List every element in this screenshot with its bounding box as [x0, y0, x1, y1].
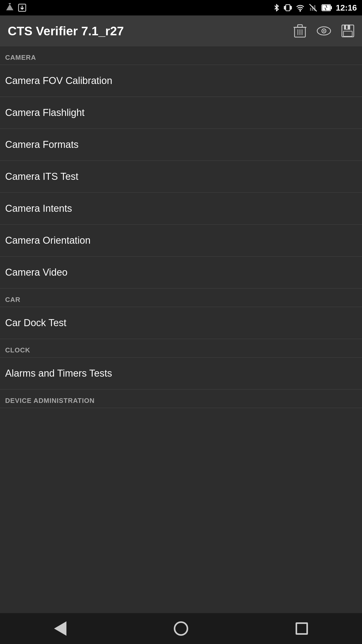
nav-bar: [0, 613, 362, 644]
svg-rect-31: [343, 31, 352, 36]
svg-rect-1: [9, 3, 11, 4]
list-item[interactable]: Camera Video: [0, 257, 362, 289]
app-bar-actions: [294, 24, 354, 38]
wifi-icon: [296, 3, 305, 12]
svg-point-9: [299, 10, 301, 12]
list-item[interactable]: Camera Flashlight: [0, 97, 362, 129]
svg-rect-4: [286, 5, 290, 11]
eye-icon[interactable]: [317, 26, 331, 36]
status-bar-right-icons: 12:16: [273, 3, 357, 13]
bluetooth-icon: [273, 3, 280, 12]
svg-rect-32: [346, 26, 348, 29]
battery-icon: [321, 3, 332, 12]
status-bar-left-icons: [5, 3, 27, 12]
section-header-camera: CAMERA: [0, 46, 362, 65]
section-header-device-administration: DEVICE ADMINISTRATION: [0, 389, 362, 408]
status-bar: 12:16: [0, 0, 362, 15]
status-time: 12:16: [336, 3, 357, 13]
nav-recents-button[interactable]: [291, 618, 312, 639]
list-item[interactable]: Camera FOV Calibration: [0, 65, 362, 97]
list-item[interactable]: Camera ITS Test: [0, 161, 362, 193]
svg-marker-0: [6, 4, 13, 10]
download-icon: [18, 3, 27, 12]
list-item[interactable]: Car Dock Test: [0, 307, 362, 339]
list-item[interactable]: Camera Formats: [0, 129, 362, 161]
svg-rect-14: [314, 5, 315, 11]
content: CAMERACamera FOV CalibrationCamera Flash…: [0, 46, 362, 613]
section-header-clock: CLOCK: [0, 339, 362, 357]
app-bar: CTS Verifier 7.1_r27: [0, 15, 362, 46]
svg-point-28: [323, 30, 325, 32]
svg-rect-22: [298, 25, 302, 27]
list-item[interactable]: Camera Intents: [0, 193, 362, 225]
list-item[interactable]: Alarms and Timers Tests: [0, 358, 362, 389]
svg-rect-12: [310, 8, 311, 11]
signal-icon: [308, 3, 318, 12]
svg-rect-13: [312, 6, 313, 11]
save-icon[interactable]: [341, 24, 354, 37]
notification-icon: [5, 3, 14, 12]
list-item[interactable]: Camera Orientation: [0, 225, 362, 257]
section-header-car: CAR: [0, 289, 362, 307]
divider-device-administration: [0, 408, 362, 408]
nav-back-button[interactable]: [50, 618, 71, 639]
nav-home-button[interactable]: [171, 618, 191, 639]
svg-rect-16: [331, 6, 332, 9]
app-title: CTS Verifier 7.1_r27: [8, 24, 124, 38]
trash-icon[interactable]: [294, 24, 306, 38]
vibrate-icon: [284, 3, 292, 12]
